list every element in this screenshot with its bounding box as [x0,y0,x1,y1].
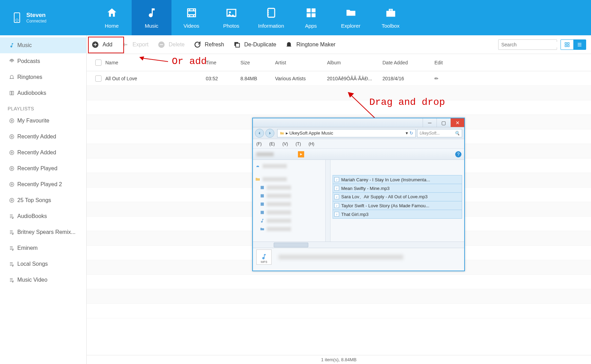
svg-rect-34 [236,43,239,47]
grid-view-button[interactable] [561,40,573,49]
device-panel[interactable]: Steven Connected [0,0,92,35]
address-field[interactable]: ▸ UkeySoft Apple Music ▾ ↻ [277,129,416,137]
list-view-button[interactable] [573,40,586,49]
delete-button[interactable]: Delete [158,41,185,48]
col-edit[interactable]: Edit [434,60,455,65]
file-item[interactable]: ♪Sara Lov、Air Supply - All Out of Love.m… [333,192,462,201]
file-item[interactable]: ♪Mean Swifty - Mine.mp3 [333,184,462,193]
drive-h[interactable]: (H) [309,142,315,146]
select-all-checkbox[interactable] [91,60,105,66]
col-time[interactable]: Time [206,60,240,65]
window-titlebar[interactable]: ─ ▢ ✕ [253,118,464,127]
playlist-item[interactable]: Recently Added [0,129,86,145]
nav-videos[interactable]: Videos [171,0,211,35]
playlist-item[interactable]: Music Video [0,272,86,288]
close-button[interactable]: ✕ [450,118,464,127]
explorer-scrollbar[interactable] [253,242,464,248]
playlist-item[interactable]: Local Songs [0,256,86,272]
playlist-item[interactable]: Recently Played 2 [0,176,86,192]
ringtone-label: Ringtone Maker [296,42,335,48]
file-name: Sara Lov、Air Supply - All Out of Love.mp… [341,194,427,200]
nav-home[interactable]: Home [92,0,132,35]
deduplicate-button[interactable]: De-Duplicate [233,41,276,48]
bell-icon [8,74,15,81]
nav-information[interactable]: Information [251,0,291,35]
playlist-item[interactable]: Eminem [0,240,86,256]
file-item[interactable]: ♪Mariah Carey - I Stay In Love (Instrume… [333,175,462,184]
svg-point-28 [12,265,13,266]
table-row[interactable]: All Out of Love 03:52 8.84MB Various Art… [87,71,591,86]
file-item[interactable]: ♪That Girl.mp3 [333,210,462,219]
refresh-button[interactable]: Refresh [194,41,224,48]
playlist-item[interactable]: Britney Spears Remix... [0,224,86,240]
svg-point-17 [10,151,14,155]
col-artist[interactable]: Artist [275,60,327,65]
playlist-icon [8,213,15,220]
playlist-item[interactable]: 25 Top Songs [0,192,86,208]
svg-rect-8 [307,13,310,17]
refresh-label: Refresh [205,42,224,48]
drive-t[interactable]: (T) [296,142,301,146]
svg-rect-37 [567,43,569,44]
help-icon[interactable]: ? [455,151,461,157]
svg-point-23 [10,198,14,202]
playlist-label: AudioBooks [17,213,47,219]
nav-explorer[interactable]: Explorer [331,0,371,35]
svg-rect-2 [268,8,275,17]
nav-apps[interactable]: Apps [291,0,331,35]
edit-button[interactable]: ✏ [434,76,455,81]
view-toggle[interactable] [561,39,586,50]
file-name: Mean Swifty - Mine.mp3 [341,186,389,191]
col-date[interactable]: Date Added [382,60,434,65]
app-header: Steven Connected Home Music Videos Photo… [0,0,591,35]
minimize-button[interactable]: ─ [423,118,436,127]
sidebar-podcasts[interactable]: Podcasts [0,53,86,69]
drive-v[interactable]: (V) [282,142,288,146]
sidebar-music[interactable]: Music [0,37,86,53]
explorer-tree[interactable] [253,160,326,242]
col-album[interactable]: Album [327,60,382,65]
row-checkbox[interactable] [91,75,105,82]
svg-rect-45 [261,194,264,197]
playlist-item[interactable]: AudioBooks [0,208,86,224]
search-box[interactable] [498,39,557,50]
playlist-item[interactable]: Recently Played [0,161,86,176]
back-button[interactable] [255,129,264,138]
play-icon[interactable] [298,151,304,157]
svg-point-29 [12,281,13,282]
svg-rect-10 [386,11,395,17]
search-input[interactable] [501,42,562,47]
svg-rect-46 [261,202,264,206]
playlist-label: Recently Added [17,134,56,140]
svg-point-16 [11,136,12,137]
explorer-details-pane: MP3 [253,248,464,266]
drive-f[interactable]: (F) [256,142,262,146]
playlist-item[interactable]: My Favourite [0,113,86,129]
sidebar-audiobooks[interactable]: Audiobooks [0,85,86,101]
file-explorer-window[interactable]: ─ ▢ ✕ ▸ UkeySoft Apple Music ▾ ↻ UkeySof… [252,118,465,271]
col-size[interactable]: Size [240,60,275,65]
explorer-file-list[interactable]: ♪Mariah Carey - I Stay In Love (Instrume… [330,160,464,242]
maximize-button[interactable]: ▢ [436,118,450,127]
svg-point-20 [11,168,12,169]
nav-toolbox[interactable]: Toolbox [371,0,411,35]
col-name[interactable]: Name [105,60,206,65]
sidebar-ringtones[interactable]: Ringtones [0,69,86,85]
nav-music[interactable]: Music [132,0,171,35]
file-item[interactable]: ♪Taylor Swift - Love Story (As Made Famo… [333,201,462,210]
drive-e[interactable]: (E) [269,142,275,146]
ringtone-maker-button[interactable]: Ringtone Maker [285,41,335,48]
explorer-search[interactable]: UkeySoft... 🔍 [417,129,462,137]
forward-button[interactable] [265,129,274,138]
nav-photos[interactable]: Photos [211,0,251,35]
folder-icon [345,7,357,19]
playlists-section-label: PLAYLISTS [0,101,86,113]
export-button[interactable]: Export [121,41,148,48]
audio-file-icon: ♪ [334,186,339,191]
nav-home-label: Home [105,23,118,29]
playlist-item[interactable]: Recently Added [0,145,86,161]
svg-point-13 [10,119,14,123]
playlist-icon [8,276,15,283]
add-button[interactable]: Add [91,41,112,48]
nav-apps-label: Apps [305,23,317,29]
